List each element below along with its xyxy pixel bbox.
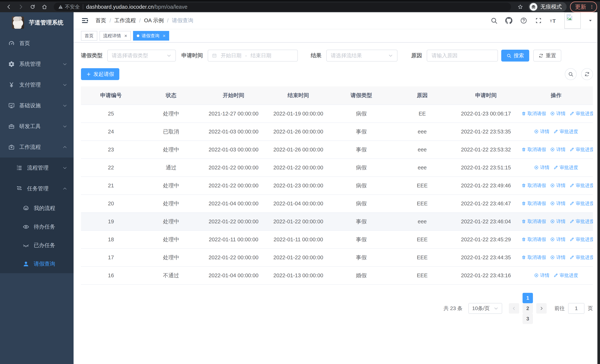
warning-icon[interactable] — [58, 4, 63, 9]
close-icon[interactable]: × — [163, 33, 166, 38]
chevron-down-icon — [62, 83, 67, 87]
result-select[interactable]: 请选择流结果 — [326, 50, 397, 62]
sidebar-item-leave-query[interactable]: 请假查询 — [0, 255, 74, 273]
sidebar-item-dev-tools[interactable]: 研发工具 — [0, 116, 74, 137]
avatar[interactable] — [564, 12, 581, 29]
breadcrumb-item[interactable]: 工作流程 — [114, 17, 136, 24]
detail-link[interactable]: 详情 — [550, 146, 565, 152]
cancel-leave-link[interactable]: 取消请假 — [521, 218, 546, 224]
forward-icon[interactable] — [17, 3, 24, 10]
detail-link[interactable]: 详情 — [550, 182, 565, 188]
cancel-leave-link[interactable]: 取消请假 — [521, 236, 546, 243]
bookmark-star-icon[interactable] — [517, 3, 524, 10]
approval-progress-link[interactable]: 审批进度 — [570, 182, 593, 188]
detail-link[interactable]: 详情 — [534, 272, 549, 278]
tab-process-detail[interactable]: 流程详情× — [100, 31, 131, 41]
sidebar-item-process-management[interactable]: 流程管理 — [0, 158, 74, 178]
next-page-button[interactable] — [536, 303, 547, 314]
font-size-icon[interactable]: TT — [550, 17, 557, 24]
approval-progress-link[interactable]: 审批进度 — [553, 129, 578, 135]
breadcrumb-item[interactable]: 首页 — [95, 17, 106, 24]
detail-link[interactable]: 详情 — [534, 164, 549, 170]
page-button-2[interactable]: 2 — [523, 303, 533, 314]
reload-icon[interactable] — [29, 3, 36, 10]
prev-page-button[interactable] — [509, 303, 519, 314]
url-bar[interactable]: 不安全 dashboard.yudao.iocoder.cn /bpm/oa/l… — [54, 3, 511, 11]
sidebar-item-todo-tasks[interactable]: 待办任务 — [0, 218, 74, 236]
fullscreen-icon[interactable] — [535, 17, 542, 24]
approval-progress-link[interactable]: 审批进度 — [570, 218, 593, 224]
sidebar-item-my-process[interactable]: 我的流程 — [0, 199, 74, 218]
page-button-1[interactable]: 1 — [523, 293, 533, 303]
table-refresh-button[interactable] — [581, 68, 593, 80]
detail-link[interactable]: 详情 — [550, 254, 565, 260]
approval-progress-link[interactable]: 审批进度 — [553, 272, 578, 278]
detail-link[interactable]: 详情 — [534, 129, 549, 135]
cell-status: 已取消 — [141, 123, 201, 141]
detail-link[interactable]: 详情 — [550, 111, 565, 117]
sidebar-collapse-icon[interactable] — [81, 17, 89, 24]
tab-home[interactable]: 首页 — [81, 31, 97, 41]
back-icon[interactable] — [5, 3, 13, 10]
view-icon — [534, 129, 539, 134]
sidebar-item-infrastructure[interactable]: 基础设施 — [0, 95, 74, 116]
approval-progress-link[interactable]: 审批进度 — [570, 146, 593, 152]
sidebar-item-system-management[interactable]: 系统管理 — [0, 54, 74, 75]
browser-menu-button[interactable]: 更新 — [570, 1, 597, 12]
toolbox-icon — [8, 123, 15, 130]
cancel-leave-link[interactable]: 取消请假 — [521, 146, 546, 152]
search-icon[interactable] — [490, 17, 498, 24]
apply-time-range-input[interactable]: 开始日期 - 结束日期 — [208, 50, 298, 62]
leave-type-select[interactable]: 请选择请假类型 — [107, 50, 176, 62]
close-icon[interactable]: × — [124, 33, 127, 38]
view-icon — [550, 237, 555, 242]
cell-end: 2022-01-22 00:00:00 — [266, 159, 331, 177]
page-button-3[interactable]: 3 — [523, 314, 533, 324]
help-icon[interactable] — [520, 17, 527, 24]
refresh-icon — [538, 53, 544, 58]
approval-progress-link[interactable]: 审批进度 — [570, 111, 593, 117]
cell-end: 2022-01-26 00:00:00 — [266, 141, 331, 159]
cancel-leave-link[interactable]: 取消请假 — [521, 111, 546, 117]
column-header-type: 请假类型 — [331, 86, 392, 105]
detail-link[interactable]: 详情 — [550, 236, 565, 243]
github-icon[interactable] — [505, 17, 513, 24]
detail-link[interactable]: 详情 — [550, 218, 565, 224]
breadcrumb-item[interactable]: OA 示例 — [144, 17, 164, 24]
tab-leave-query[interactable]: 请假查询× — [133, 31, 169, 41]
create-leave-button[interactable]: 发起请假 — [81, 68, 119, 80]
sidebar-item-home[interactable]: 首页 — [0, 33, 74, 54]
sidebar-item-payment-management[interactable]: 支付管理 — [0, 75, 74, 95]
reason-input[interactable]: 请输入原因 — [427, 50, 498, 62]
incognito-icon — [530, 3, 537, 11]
caret-down-icon[interactable] — [588, 18, 593, 23]
cell-reason: EEE — [392, 231, 453, 249]
menu-dots-icon[interactable] — [590, 4, 594, 9]
gear-icon — [8, 61, 15, 67]
cancel-leave-link[interactable]: 取消请假 — [521, 182, 546, 188]
approval-progress-link[interactable]: 审批进度 — [570, 254, 593, 260]
approval-progress-link[interactable]: 审批进度 — [570, 236, 593, 243]
sidebar-item-task-management[interactable]: 任务管理 — [0, 178, 74, 199]
sidebar-item-done-tasks[interactable]: 已办任务 — [0, 236, 74, 255]
detail-link[interactable]: 详情 — [550, 200, 565, 206]
approval-progress-link[interactable]: 审批进度 — [570, 200, 593, 206]
page-size-select[interactable]: 10条/页 — [469, 303, 502, 314]
cancel-leave-link[interactable]: 取消请假 — [521, 200, 546, 206]
search-button[interactable]: 搜索 — [501, 50, 529, 62]
scrollbar[interactable] — [597, 12, 600, 364]
approval-progress-link[interactable]: 审批进度 — [553, 164, 578, 170]
cell-reason: eee — [392, 213, 453, 231]
reset-button[interactable]: 重置 — [533, 50, 561, 62]
table-search-toggle-button[interactable] — [565, 68, 577, 80]
home-icon[interactable] — [41, 3, 48, 10]
cancel-leave-link[interactable]: 取消请假 — [521, 254, 546, 260]
goto-page-input[interactable] — [568, 303, 584, 314]
trash-icon — [521, 219, 526, 224]
sidebar-item-workflow[interactable]: 工作流程 — [0, 137, 74, 158]
goto-suffix: 页 — [588, 305, 593, 312]
cell-end: 2022-01-26 00:00:00 — [266, 123, 331, 141]
url-path: /bpm/oa/leave — [154, 4, 187, 10]
cell-end: 2022-01-04 00:00:00 — [266, 195, 331, 213]
cell-start: 2021-12-27 00:00:00 — [201, 105, 266, 123]
